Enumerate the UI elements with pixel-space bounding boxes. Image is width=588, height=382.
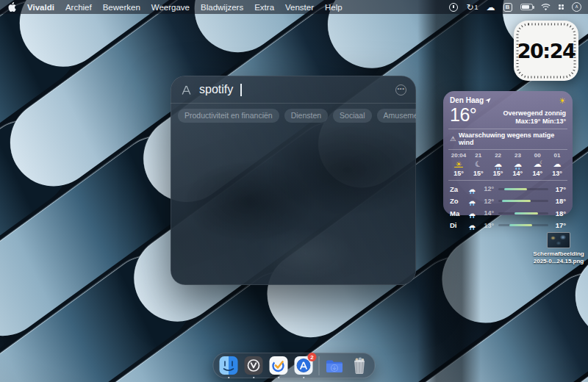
- hourly-column: 01 ☁ 13°: [548, 152, 566, 177]
- moon-icon: ☾: [473, 159, 483, 169]
- temperature-range-bar: [498, 188, 548, 190]
- password-manager-icon[interactable]: B: [503, 3, 512, 12]
- daily-row: Za ☁ 12° 17°: [450, 183, 566, 195]
- app-store-icon: [180, 84, 193, 96]
- menu-item-weergave[interactable]: Weergave: [151, 3, 190, 12]
- app-switcher-icon[interactable]: [559, 4, 564, 10]
- desktop-file-screenshot[interactable]: Schermafbeelding 2025-0...24.15.png: [529, 232, 588, 264]
- battery-icon[interactable]: [520, 4, 533, 10]
- category-chips-row: Productiviteit en financiën Diensten Soc…: [171, 104, 416, 128]
- temperature-range-bar: [498, 212, 548, 215]
- menu-bar: Vivaldi Archief Bewerken Weergave Bladwi…: [0, 0, 588, 14]
- spotlight-search-panel: spotify ••• Productiviteit en financiën …: [171, 76, 416, 285]
- daily-row: Zo ☁ 12° 18°: [450, 195, 566, 208]
- weather-warning: ⚠ Waarschuwing wegens matige wind: [450, 131, 566, 146]
- menu-app-name[interactable]: Vivaldi: [27, 3, 54, 12]
- chip-sociaal[interactable]: Sociaal: [333, 109, 371, 123]
- warning-icon: ⚠: [450, 135, 456, 143]
- more-options-button[interactable]: •••: [395, 84, 406, 96]
- search-query-text[interactable]: spotify: [199, 83, 233, 96]
- dock: 2: [213, 353, 376, 378]
- weather-high-low: Max:19° Min:13°: [503, 118, 566, 126]
- temperature-range-bar: [498, 224, 548, 226]
- record-status-icon[interactable]: [449, 3, 458, 12]
- location-arrow-icon: [485, 98, 491, 104]
- menu-item-archief[interactable]: Archief: [65, 3, 92, 12]
- chip-amusement[interactable]: Amusement: [377, 109, 416, 123]
- weather-widget[interactable]: Den Haag ☀ 16° Overwegend zonnig Max:19°…: [443, 91, 573, 215]
- chip-productiviteit[interactable]: Productiviteit en financiën: [178, 109, 279, 123]
- temperature-range-bar: [498, 200, 548, 202]
- hourly-column: 22 ☁ 15°: [490, 152, 507, 177]
- menu-item-venster[interactable]: Venster: [285, 3, 314, 12]
- clock-widget[interactable]: 20:24: [514, 21, 578, 81]
- cloud-status-icon[interactable]: ☁: [487, 2, 495, 12]
- weather-hourly-forecast: 20:04 ☀ 15° 21 ☾ 15° 22 ☁ 15° 23 ☁ 14° 0…: [450, 152, 566, 177]
- weather-temperature: 16°: [450, 104, 476, 126]
- dock-finder-icon[interactable]: [219, 356, 239, 375]
- dock-app-store-icon[interactable]: 2: [294, 356, 314, 375]
- chip-diensten[interactable]: Diensten: [284, 109, 328, 123]
- dock-todo-app-icon[interactable]: [269, 356, 289, 375]
- divider: [448, 180, 567, 181]
- search-results-area: [171, 128, 416, 286]
- dock-trash-icon[interactable]: [350, 356, 370, 375]
- wifi-icon[interactable]: [541, 4, 551, 11]
- hourly-column: 21 ☾ 15°: [470, 152, 487, 177]
- running-indicator: [228, 377, 230, 379]
- daily-row: Ma ☁ 14° 18°: [450, 207, 566, 220]
- dock-divider: [319, 356, 320, 375]
- sun-icon: ☀: [559, 96, 566, 106]
- running-indicator: [303, 377, 305, 379]
- dock-vivaldi-icon[interactable]: [244, 356, 264, 375]
- menu-item-bladwijzers[interactable]: Bladwijzers: [201, 3, 243, 12]
- hourly-column: 23 ☁ 14°: [509, 152, 526, 177]
- menu-item-extra[interactable]: Extra: [254, 3, 274, 12]
- divider: [448, 149, 567, 150]
- dock-downloads-folder-icon[interactable]: [325, 356, 345, 375]
- apple-menu-icon[interactable]: [8, 2, 16, 12]
- notification-badge: 2: [308, 353, 317, 361]
- clock-tick-marks: [514, 21, 578, 81]
- update-available-icon[interactable]: ↻1: [466, 2, 478, 12]
- file-thumbnail: [547, 232, 570, 248]
- menu-item-bewerken[interactable]: Bewerken: [103, 3, 140, 12]
- divider: [448, 129, 567, 129]
- file-name: Schermafbeelding 2025-0...24.15.png: [529, 251, 588, 264]
- weather-location: Den Haag: [450, 96, 491, 104]
- running-indicator: [278, 377, 280, 379]
- menu-item-help[interactable]: Help: [325, 3, 343, 12]
- hourly-column: 20:04 ☀ 15°: [450, 152, 467, 177]
- running-indicator: [253, 377, 255, 379]
- text-caret: [240, 84, 242, 96]
- sunset-icon: ☀: [456, 160, 462, 168]
- cloud-icon: ☁: [553, 159, 561, 168]
- search-bar[interactable]: spotify •••: [171, 76, 416, 103]
- weather-condition: Overwegend zonnig: [503, 109, 566, 118]
- daily-row: Di ☁ 13° 17°: [450, 220, 566, 232]
- control-center-icon[interactable]: ∧: [572, 2, 581, 12]
- hourly-column: 00 ☁☾ 14°: [528, 152, 546, 177]
- weather-daily-forecast: Za ☁ 12° 17° Zo ☁ 12° 18° Ma ☁ 14° 18° D…: [450, 183, 566, 231]
